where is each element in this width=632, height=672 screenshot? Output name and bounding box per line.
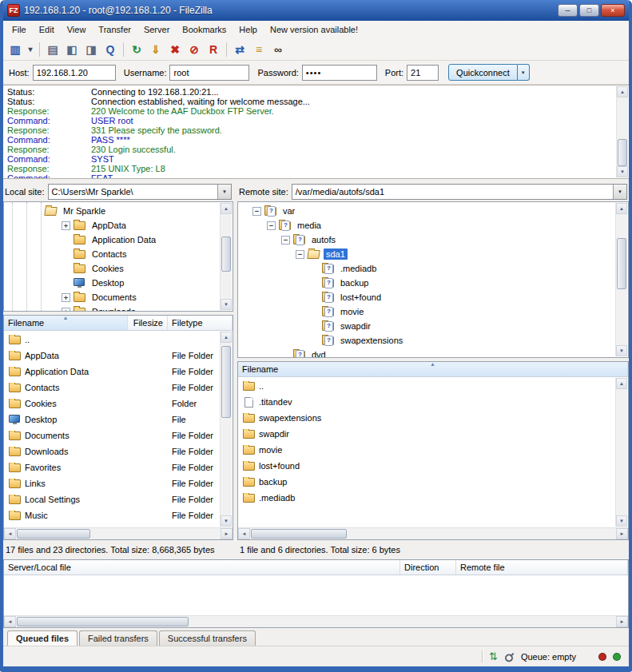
tree-item[interactable]: dvd <box>238 348 615 358</box>
menu-item[interactable]: New version available! <box>264 22 364 37</box>
expander-icon[interactable] <box>267 221 276 230</box>
scroll-thumb[interactable] <box>17 617 189 626</box>
menu-item[interactable]: Transfer <box>92 22 137 37</box>
directory-comparison-icon[interactable]: ≡ <box>249 41 268 58</box>
site-manager-dropdown-icon[interactable]: ▾ <box>25 41 36 58</box>
toggle-queue-icon[interactable]: Q <box>101 41 120 58</box>
tree-item[interactable]: Downloads <box>4 304 220 312</box>
cancel-icon[interactable]: ✖ <box>165 41 185 58</box>
scroll-thumb[interactable] <box>618 139 627 166</box>
tree-item[interactable]: var <box>238 204 615 218</box>
file-row[interactable]: Local Settings File Folder <box>4 491 220 507</box>
file-row[interactable]: .. <box>4 332 220 348</box>
tree-item[interactable]: media <box>238 218 615 233</box>
menu-item[interactable]: Edit <box>33 22 61 37</box>
tree-item[interactable]: Documents <box>4 290 220 304</box>
scroll-up-icon[interactable]: ▲ <box>221 332 232 343</box>
file-row[interactable]: Links File Folder <box>4 475 220 491</box>
remote-tree-scrollbar[interactable]: ▲ ▼ <box>615 203 627 356</box>
scroll-thumb[interactable] <box>17 529 90 539</box>
tree-item[interactable]: movie <box>238 304 615 319</box>
process-queue-icon[interactable]: ⇓ <box>146 41 165 58</box>
file-row[interactable]: movie <box>238 442 615 458</box>
expander-icon[interactable] <box>62 293 70 302</box>
file-row[interactable]: .. <box>238 378 615 394</box>
username-input[interactable] <box>169 65 249 81</box>
file-row[interactable]: Contacts File Folder <box>4 380 220 396</box>
quickconnect-button[interactable]: Quickconnect <box>448 64 518 81</box>
file-row[interactable]: .mediadb <box>238 490 615 506</box>
local-list-hscrollbar[interactable]: ◄ ► <box>4 527 233 539</box>
find-files-icon[interactable]: ∞ <box>268 41 288 58</box>
scroll-down-icon[interactable]: ▼ <box>616 345 627 356</box>
quickconnect-dropdown-icon[interactable]: ▼ <box>518 64 530 81</box>
menu-item[interactable]: File <box>6 22 33 37</box>
dropdown-arrow-icon[interactable]: ▼ <box>613 185 626 199</box>
expander-icon[interactable] <box>296 250 304 259</box>
tree-item[interactable]: .mediadb <box>238 261 615 276</box>
file-row[interactable]: swapdir <box>238 426 615 442</box>
scroll-down-icon[interactable]: ▼ <box>617 166 628 177</box>
column-header-filetype[interactable]: Filetype <box>168 316 233 330</box>
queue-tab[interactable]: Failed transfers <box>79 630 157 646</box>
column-header-server-local-file[interactable]: Server/Local file <box>4 560 400 575</box>
expander-icon[interactable] <box>252 207 261 216</box>
scroll-left-icon[interactable]: ◄ <box>238 528 250 539</box>
menu-item[interactable]: View <box>61 22 93 37</box>
scroll-right-icon[interactable]: ► <box>616 528 628 539</box>
file-row[interactable]: AppData File Folder <box>4 348 220 364</box>
site-manager-icon[interactable]: ▥ <box>6 41 25 58</box>
file-row[interactable]: Favorites File Folder <box>4 459 220 475</box>
file-row[interactable]: Application Data File Folder <box>4 364 220 380</box>
tree-item[interactable]: Contacts <box>4 247 220 261</box>
scroll-up-icon[interactable]: ▲ <box>616 203 627 214</box>
menu-item[interactable]: Server <box>137 22 176 37</box>
file-row[interactable]: Music File Folder <box>4 507 220 523</box>
speed-limits-icon[interactable]: ⇅ <box>489 651 498 662</box>
reconnect-icon[interactable]: R <box>204 41 223 58</box>
toggle-local-tree-icon[interactable]: ◧ <box>62 41 81 58</box>
dropdown-arrow-icon[interactable]: ▼ <box>217 185 231 199</box>
column-header-filesize[interactable]: Filesize <box>128 316 168 330</box>
menu-item[interactable]: Help <box>233 22 264 37</box>
tree-item[interactable]: Application Data <box>4 233 220 247</box>
host-input[interactable] <box>33 65 116 81</box>
scroll-left-icon[interactable]: ◄ <box>4 616 16 627</box>
queue-hscrollbar[interactable]: ◄ ► <box>4 615 628 627</box>
scroll-up-icon[interactable]: ▲ <box>617 86 628 97</box>
expander-icon[interactable] <box>62 221 70 230</box>
tree-item[interactable]: swapextensions <box>238 333 615 348</box>
sync-browsing-icon[interactable]: ⇄ <box>230 41 249 58</box>
tree-item[interactable]: sda1 <box>238 247 615 261</box>
disconnect-icon[interactable]: ⊘ <box>185 41 204 58</box>
local-list-scrollbar[interactable]: ▲ ▼ <box>220 332 232 527</box>
column-header-filename[interactable]: Filename ▲ <box>238 362 628 376</box>
tree-item[interactable]: swapdir <box>238 319 615 333</box>
scroll-down-icon[interactable]: ▼ <box>221 515 232 527</box>
local-site-combo[interactable]: C:\Users\Mr Sparkle\ ▼ <box>48 184 232 200</box>
scroll-thumb[interactable] <box>221 237 231 272</box>
password-input[interactable] <box>302 65 377 81</box>
column-header-remote-file[interactable]: Remote file <box>456 560 628 575</box>
log-scrollbar[interactable]: ▲ ▼ <box>616 86 628 177</box>
scroll-right-icon[interactable]: ► <box>221 528 233 539</box>
close-button[interactable]: × <box>601 4 625 17</box>
file-row[interactable]: Desktop File <box>4 412 220 427</box>
file-row[interactable]: Documents File Folder <box>4 427 220 443</box>
scroll-down-icon[interactable]: ▼ <box>616 515 627 527</box>
titlebar[interactable]: FZ 192.168.1.20 - root@192.168.1.20 - Fi… <box>3 0 629 21</box>
toggle-remote-tree-icon[interactable]: ◨ <box>81 41 101 58</box>
queue-tab[interactable]: Successful transfers <box>159 630 256 646</box>
refresh-icon[interactable]: ↻ <box>127 41 146 58</box>
scroll-down-icon[interactable]: ▼ <box>221 299 232 310</box>
column-header-direction[interactable]: Direction <box>400 560 456 575</box>
expander-icon[interactable] <box>281 236 290 245</box>
scroll-thumb[interactable] <box>251 529 347 539</box>
port-input[interactable] <box>407 65 439 81</box>
expander-icon[interactable] <box>62 308 70 312</box>
toggle-log-icon[interactable]: ▤ <box>43 41 62 58</box>
file-row[interactable]: Downloads File Folder <box>4 443 220 459</box>
tree-item[interactable]: autofs <box>238 233 615 247</box>
tree-item[interactable]: AppData <box>4 218 220 233</box>
column-header-filename[interactable]: Filename ▲ <box>4 316 128 330</box>
